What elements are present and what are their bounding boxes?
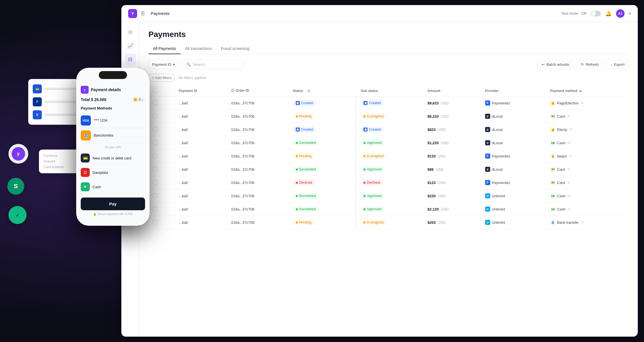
provider-cell: P Paymentez — [481, 97, 546, 110]
row-eye-icon[interactable]: 👁 — [580, 101, 584, 106]
test-mode-toggle[interactable] — [591, 11, 601, 16]
row-eye-icon[interactable]: 👁 — [568, 154, 573, 159]
phone-method-visa[interactable]: VISA **** 1234 — [81, 113, 145, 128]
add-filters-label: + Add filters — [152, 76, 171, 80]
status-cell: Succeeded — [288, 163, 355, 176]
payment-id-dropdown[interactable]: Payment ID ▾ — [148, 60, 179, 69]
row-checkbox-cell — [148, 163, 174, 176]
green-circle: ✓ — [8, 206, 27, 224]
card-scheme-label: Card scheme: — [43, 165, 65, 169]
tabs-bar: All Payments All transactions Fraud scre… — [148, 43, 629, 54]
nav-right: Test mode · Off 🔔 A1 ▾ — [561, 9, 631, 18]
order-id-cell: 018a...37c706 — [227, 123, 288, 136]
header-checkbox[interactable] — [153, 88, 157, 93]
col-amount[interactable]: Amount — [423, 85, 481, 97]
pmc-icon-2: P — [33, 97, 42, 106]
row-eye-icon[interactable]: 👁 — [567, 180, 571, 185]
export-button[interactable]: ↓ Export — [606, 60, 629, 69]
sidebar-item-filters[interactable]: ⊟ — [125, 54, 136, 65]
row-checkbox[interactable] — [153, 180, 157, 185]
avatar-chevron-icon[interactable]: ▾ — [629, 11, 631, 16]
bancolombia-label: Bancolombia — [94, 133, 145, 137]
phone-mockup: y Payment details Total $ 25.000 😊 3 › P… — [76, 68, 150, 226]
method-cell: 💵 Cash 👁 — [546, 189, 629, 203]
table-row: ...ba0 018a...37c706 Declined Declined $… — [148, 176, 629, 189]
sub-status-cell: Approved — [356, 136, 423, 150]
col-sub-status[interactable]: Sub status — [356, 85, 423, 97]
row-eye-icon[interactable]: 👁 — [567, 141, 571, 145]
dropdown-chevron-icon: ▾ — [173, 62, 175, 67]
payment-id-cell: ...ba0 — [174, 176, 227, 189]
row-checkbox-cell — [148, 189, 174, 203]
row-eye-icon[interactable]: 👁 — [569, 127, 573, 132]
phone-pay-card-option[interactable]: 💳 New credit or debit card — [81, 151, 145, 165]
row-checkbox[interactable] — [153, 154, 157, 158]
row-checkbox[interactable] — [153, 193, 157, 198]
avatar[interactable]: A1 — [616, 9, 625, 18]
order-id-cell: 018a...37c706 — [227, 136, 288, 150]
col-payment-id[interactable]: Payment ID — [174, 85, 227, 97]
amount-cell: $823 USD — [423, 123, 481, 136]
col-provider[interactable]: Provider — [481, 85, 546, 97]
row-eye-icon[interactable]: 👁 — [581, 220, 585, 225]
tab-all-payments[interactable]: All Payments — [148, 43, 181, 54]
row-checkbox[interactable] — [153, 207, 157, 211]
currency-label: Currency: — [43, 154, 58, 158]
phone-pay-cash-option[interactable]: 💵 Cash — [81, 180, 145, 194]
order-id-cell: 018a...37c706 — [227, 97, 288, 110]
table-row: ...ba0 018a...37c706 Succeeded Approved … — [148, 203, 629, 216]
add-filters-button[interactable]: + Add filters — [148, 74, 175, 82]
row-checkbox[interactable] — [153, 127, 157, 131]
row-eye-icon[interactable]: 👁 — [567, 194, 571, 198]
method-cell: 💳 Card 👁 — [546, 163, 629, 176]
table-row: ...ba0 018a...37c706 📋Created 📋Created $… — [148, 97, 629, 110]
row-checkbox[interactable] — [153, 100, 157, 105]
col-status[interactable]: Status ↓ ⚙ — [288, 85, 355, 97]
row-checkbox[interactable] — [153, 220, 157, 224]
sub-status-cell: 📋Created — [356, 123, 423, 136]
row-eye-icon[interactable]: 👁 — [567, 207, 571, 212]
tab-all-transactions[interactable]: All transactions — [181, 43, 216, 54]
col-order-id[interactable]: ⓘ Order ID — [227, 85, 288, 97]
hamburger-icon[interactable]: ☰ — [141, 10, 145, 17]
phone-method-bancolombia[interactable]: 🏦 Bancolombia — [81, 128, 145, 143]
row-checkbox[interactable] — [153, 114, 157, 118]
provider-cell: U Unlimint — [481, 216, 546, 229]
row-checkbox[interactable] — [153, 167, 157, 171]
refresh-button[interactable]: ↻ Refresh — [577, 60, 603, 69]
method-cell: 💵 Cash 👁 — [546, 136, 629, 150]
row-eye-icon[interactable]: 👁 — [567, 167, 571, 172]
sub-status-cell: Approved — [356, 203, 423, 216]
order-id-cell: 018a...37c706 — [227, 110, 288, 123]
row-checkbox-cell — [148, 123, 174, 136]
phone-section-title: Payment Methods — [81, 106, 145, 110]
provider-cell: P Paymentez — [481, 176, 546, 189]
row-checkbox-cell — [148, 216, 174, 229]
bancolombia-icon: 🏦 — [81, 130, 91, 141]
payment-id-cell: ...ba0 — [174, 216, 227, 229]
phone-header-title: Payment details — [91, 87, 121, 92]
provider-cell: P Paymentez — [481, 150, 546, 163]
row-checkbox[interactable] — [153, 140, 157, 145]
table-row: ...ba0 018a...37c706 Pending In progress… — [148, 150, 629, 163]
row-checkbox-cell — [148, 150, 174, 163]
row-eye-icon[interactable]: 👁 — [567, 114, 571, 119]
yuno-logo: y — [12, 147, 25, 161]
order-id-cell: 018a...37c706 — [227, 189, 288, 203]
col-payment-method[interactable]: Payment method ▶ — [546, 85, 629, 97]
table-header-row: Payment ID ⓘ Order ID Status ↓ ⚙ Sub sta… — [148, 85, 629, 97]
tab-fraud-screening[interactable]: Fraud screening — [216, 43, 254, 54]
search-box[interactable]: 🔍 Search... — [182, 60, 244, 69]
phone-pay-daviplata-option[interactable]: D Daviplata — [81, 165, 145, 180]
payment-id-label: Payment ID — [152, 62, 171, 67]
notification-bell-icon[interactable]: 🔔 — [605, 10, 612, 17]
pay-button[interactable]: Pay — [81, 198, 145, 210]
filters-row: + Add filters No filters applied — [148, 74, 629, 82]
sidebar-item-dashboard[interactable]: ⊞ — [125, 27, 136, 38]
batch-refunds-button[interactable]: ↩ Batch refunds — [537, 60, 573, 69]
phone-total-row: Total $ 25.000 😊 3 › — [81, 97, 145, 102]
cash-icon: 💵 — [81, 182, 90, 191]
sidebar-item-charts[interactable]: 📈 — [125, 40, 136, 51]
method-cell: 💰 PagoEfectivo 👁 — [546, 97, 629, 110]
cash-option-label: Cash — [93, 185, 101, 189]
